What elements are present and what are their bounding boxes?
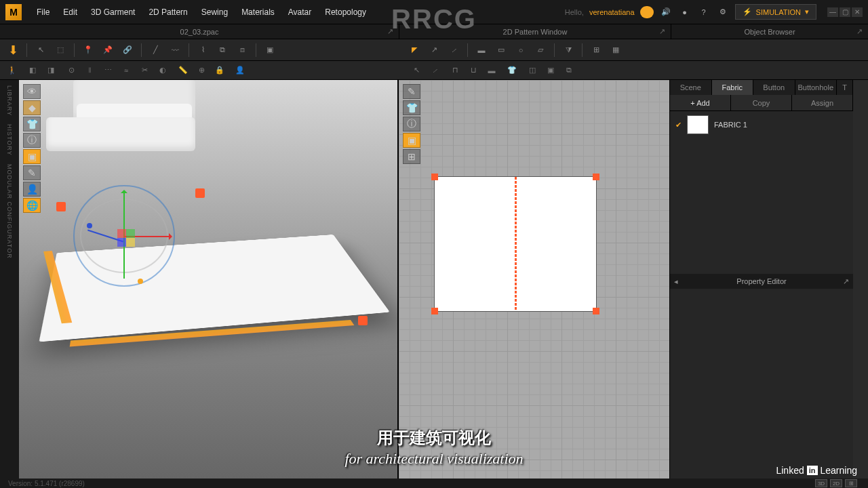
sidebar-library[interactable]: LIBRARY	[6, 85, 13, 116]
polygon-tool-icon[interactable]: ▬	[473, 41, 490, 59]
trim-tool-icon[interactable]: ✂	[136, 62, 153, 79]
segment-sewing-icon[interactable]: ↖	[408, 62, 425, 79]
menu-edit[interactable]: Edit	[56, 7, 84, 17]
piping-tool-icon[interactable]: ◐	[155, 62, 171, 79]
menu-retopology[interactable]: Retopology	[318, 7, 373, 17]
simulate-toggle-icon[interactable]: ⬇	[4, 41, 22, 59]
view-mode-split[interactable]: ⊞	[845, 479, 857, 487]
pattern-anchor[interactable]	[431, 174, 438, 180]
transform-gizmo[interactable]	[73, 185, 182, 293]
sidebar-history[interactable]: HISTORY	[6, 124, 13, 156]
viewport-2d[interactable]: ✎ 👕 ⓘ ▣ ⊞	[399, 80, 670, 480]
sphere-tool-icon[interactable]: ⊕	[193, 62, 210, 79]
topstitch-tool-icon[interactable]: ⋯	[100, 62, 116, 79]
add-button[interactable]: + Add	[670, 95, 731, 110]
maximize-button[interactable]: ▢	[840, 7, 850, 17]
vp-display-icon[interactable]: 👁	[23, 84, 41, 99]
curve-tool-icon[interactable]: 〰	[166, 41, 184, 59]
vp-info-icon[interactable]: ⓘ	[23, 133, 41, 148]
sidebar-modular[interactable]: MODULAR CONFIGURATOR	[6, 164, 13, 259]
grid-toggle-icon[interactable]: ⊞	[587, 41, 605, 59]
vp-surface-icon[interactable]: ◆	[23, 100, 41, 115]
button-tool-icon[interactable]: ⊙	[63, 62, 79, 79]
circle-tool-icon[interactable]: ○	[512, 41, 530, 59]
tab-more[interactable]: T	[837, 80, 853, 95]
sound-icon[interactable]: 🔊	[659, 5, 673, 19]
settings-icon[interactable]: ⚙	[716, 5, 730, 19]
zipper-tool-icon[interactable]: ⦀	[81, 62, 98, 79]
pin-tool-icon[interactable]: 📍	[79, 41, 97, 59]
vp2-shirt-icon[interactable]: 👕	[403, 100, 420, 115]
pattern-anchor[interactable]	[431, 308, 438, 314]
tab-buttonhole[interactable]: Buttonhole	[795, 80, 837, 95]
popout-icon[interactable]: ↗	[856, 27, 863, 36]
edit-pattern-icon[interactable]: ◤	[406, 41, 423, 59]
vp2-edit-icon[interactable]: ✎	[403, 84, 420, 99]
notch-tool-icon[interactable]: ⊓	[447, 62, 463, 79]
viewport-3d[interactable]: 👁 ◆ 👕 ⓘ ▣ ✎ 👤 🌐	[19, 80, 399, 480]
line-tool-icon[interactable]: ╱	[146, 41, 164, 59]
rectangle-tool-icon[interactable]: ▭	[492, 41, 510, 59]
free-sewing-2d-icon[interactable]: ⟋	[427, 62, 443, 79]
tab-button[interactable]: Button	[753, 80, 795, 95]
symmetry-tool-icon[interactable]: ◫	[524, 62, 540, 79]
user-name[interactable]: verenatatiana	[589, 8, 635, 16]
vp-avatar-icon[interactable]: 👕	[23, 117, 41, 131]
lock-tool-icon[interactable]: 🔒	[212, 62, 228, 79]
cloud-sync-icon[interactable]	[640, 5, 654, 19]
measure-tool-icon[interactable]: 📏	[175, 62, 191, 79]
free-sewing-icon[interactable]: ⧈	[233, 41, 251, 59]
simulation-button[interactable]: ⚡ SIMULATION ▾	[735, 4, 816, 20]
binding-tool-icon[interactable]: ▣	[542, 62, 559, 79]
tab-2d-window[interactable]: 2D Pattern Window ↗	[399, 28, 671, 36]
fold-tool-icon[interactable]: ▣	[261, 41, 279, 59]
close-button[interactable]: ✕	[852, 7, 863, 17]
seam-allowance-icon[interactable]: ⊔	[465, 62, 481, 79]
shirt-icon[interactable]: 👕	[504, 62, 520, 79]
transform-pattern-icon[interactable]: ↗	[425, 41, 443, 59]
vp2-trace-icon[interactable]: ⊞	[403, 149, 420, 164]
vp-render-icon[interactable]: ▣	[23, 149, 41, 164]
vp2-info-icon[interactable]: ⓘ	[403, 117, 420, 131]
fabric-swatch[interactable]	[687, 115, 709, 134]
select-mesh-tool-icon[interactable]: ⬚	[52, 41, 69, 59]
pleat-tool-icon[interactable]: ⧉	[561, 62, 577, 79]
collapse-icon[interactable]: ◂	[674, 277, 678, 286]
seam-tool-icon[interactable]: ⌇	[194, 41, 212, 59]
menu-file[interactable]: File	[30, 7, 56, 17]
puckering-tool-icon[interactable]: ≈	[118, 62, 134, 79]
edit-curve-icon[interactable]: ⟋	[445, 41, 462, 59]
assign-button[interactable]: Assign	[792, 95, 853, 110]
internal-line-icon[interactable]: ▱	[532, 41, 549, 59]
pattern-piece[interactable]	[434, 176, 597, 312]
popout-icon[interactable]: ↗	[659, 27, 665, 36]
select-tool-icon[interactable]: ↖	[32, 41, 50, 59]
copy-button[interactable]: Copy	[731, 95, 792, 110]
menu-materials[interactable]: Materials	[235, 7, 281, 17]
graphic-tool-icon[interactable]: ◨	[43, 62, 59, 79]
popout-icon[interactable]: ↗	[387, 27, 393, 36]
menu-2d-pattern[interactable]: 2D Pattern	[142, 7, 194, 17]
fabric-item[interactable]: ✔ FABRIC 1	[670, 111, 853, 138]
tab-3d-window[interactable]: 02_03.zpac ↗	[0, 28, 399, 36]
popout-icon[interactable]: ↗	[843, 277, 849, 286]
avatar-tape-icon[interactable]: 👤	[232, 62, 248, 79]
pattern-anchor[interactable]	[593, 174, 599, 180]
menu-3d-garment[interactable]: 3D Garment	[84, 7, 142, 17]
iron-tool-icon[interactable]: ▬	[484, 62, 500, 79]
vp2-pattern-icon[interactable]: ▣	[403, 133, 420, 148]
dart-tool-icon[interactable]: ⧩	[559, 41, 577, 59]
tab-scene[interactable]: Scene	[670, 80, 712, 95]
sewing-tool-icon[interactable]: ⧉	[214, 41, 231, 59]
tab-fabric[interactable]: Fabric	[712, 80, 754, 95]
notifications-icon[interactable]: ●	[678, 5, 692, 19]
grid-fine-icon[interactable]: ▦	[607, 41, 625, 59]
view-mode-3d[interactable]: 3D	[815, 479, 827, 487]
minimize-button[interactable]: —	[827, 7, 838, 17]
avatar-walk-icon[interactable]: 🚶	[4, 62, 20, 79]
menu-avatar[interactable]: Avatar	[281, 7, 318, 17]
help-icon[interactable]: ?	[697, 5, 711, 19]
tack-tool-icon[interactable]: 📌	[99, 41, 117, 59]
texture-tool-icon[interactable]: ◧	[24, 62, 41, 79]
menu-sewing[interactable]: Sewing	[195, 7, 235, 17]
